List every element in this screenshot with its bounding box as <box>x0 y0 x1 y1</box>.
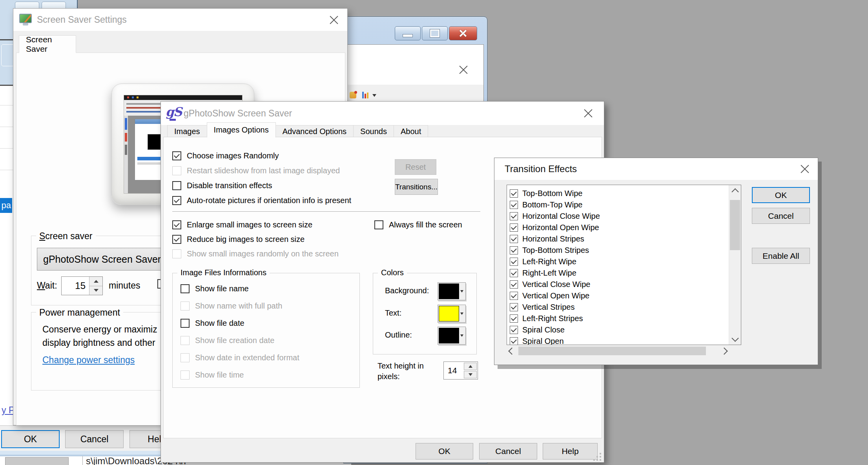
scroll-right-button[interactable] <box>719 346 729 356</box>
spin-down-button[interactable] <box>89 286 102 295</box>
checkbox[interactable] <box>181 371 190 380</box>
option-row[interactable]: Show file time <box>181 369 299 381</box>
checkbox[interactable] <box>510 314 518 323</box>
checkbox[interactable] <box>172 249 181 258</box>
checkbox[interactable] <box>181 353 190 362</box>
tab[interactable]: About <box>394 125 428 138</box>
transition-effect-item[interactable]: Horizontal Stripes <box>507 233 741 245</box>
checkbox[interactable] <box>510 269 518 277</box>
checkbox[interactable] <box>510 303 518 311</box>
checkbox[interactable] <box>510 258 518 266</box>
transitions-button[interactable]: Transitions... <box>395 179 438 195</box>
option-row[interactable]: Disable transition effects <box>172 180 351 191</box>
transition-effect-item[interactable]: Spiral Open <box>507 336 741 345</box>
tab[interactable]: Advanced Options <box>275 125 354 138</box>
checkbox[interactable] <box>374 220 383 229</box>
close-icon[interactable] <box>327 14 341 26</box>
checkbox[interactable] <box>510 201 518 209</box>
checkbox[interactable] <box>510 326 518 334</box>
checkbox[interactable] <box>181 302 190 311</box>
transition-effect-item[interactable]: Right-Left Wipe <box>507 267 741 279</box>
checkbox[interactable] <box>181 319 190 328</box>
scroll-down-button[interactable] <box>729 334 741 345</box>
spin-down-button[interactable] <box>464 371 477 378</box>
checkbox[interactable] <box>181 336 190 345</box>
text-height-value[interactable]: 14 <box>444 362 463 379</box>
cancel-button[interactable]: Cancel <box>65 430 124 448</box>
option-row[interactable]: Show name with full path <box>181 300 299 312</box>
checkbox[interactable] <box>172 196 181 205</box>
change-power-settings-link[interactable]: Change power settings <box>42 355 135 365</box>
tab-screen-saver[interactable]: Screen Saver <box>19 35 76 53</box>
scroll-left-button[interactable] <box>507 346 517 356</box>
dropdown[interactable] <box>459 334 465 337</box>
dialog-close-icon[interactable] <box>456 63 470 77</box>
dropdown[interactable] <box>459 290 465 292</box>
background-color-picker[interactable] <box>438 282 466 300</box>
horizontal-scrollbar[interactable] <box>507 346 729 356</box>
enable-all-button[interactable]: Enable All <box>752 248 810 264</box>
cancel-button[interactable]: Cancel <box>479 443 537 460</box>
transition-effect-item[interactable]: Top-Bottom Wipe <box>507 188 741 199</box>
transition-effect-item[interactable]: Horizontal Open Wipe <box>507 222 741 233</box>
checkbox[interactable] <box>172 181 181 190</box>
always-fill-row[interactable]: Always fill the screen <box>374 219 462 231</box>
text-color-picker[interactable] <box>438 305 466 323</box>
resize-grip[interactable] <box>593 453 602 461</box>
checkbox[interactable] <box>510 212 518 220</box>
option-row[interactable]: Choose images Randomly <box>172 150 351 162</box>
option-row[interactable]: Show date in extended format <box>181 351 299 364</box>
cancel-button[interactable]: Cancel <box>752 208 810 224</box>
minimize-button[interactable] <box>395 26 421 40</box>
reset-button[interactable]: Reset <box>395 159 436 175</box>
ok-button[interactable]: OK <box>1 430 60 448</box>
dropdown[interactable] <box>459 312 465 315</box>
ok-button[interactable]: OK <box>416 443 473 460</box>
close-button[interactable] <box>449 26 477 40</box>
ok-button[interactable]: OK <box>752 187 810 203</box>
option-row[interactable]: Show small images randomly on the screen <box>172 248 339 260</box>
tab[interactable]: Images <box>167 125 207 138</box>
transition-effect-item[interactable]: Vertical Close Wipe <box>507 279 741 290</box>
tab[interactable]: Images Options <box>207 122 276 138</box>
close-icon[interactable] <box>798 163 811 175</box>
option-row[interactable]: Auto-rotate pictures if orientation info… <box>172 194 351 206</box>
transition-effect-item[interactable]: Top-Bottom Stripes <box>507 245 741 256</box>
transition-effect-item[interactable]: Vertical Stripes <box>507 302 741 313</box>
transition-effect-item[interactable]: Vertical Open Wipe <box>507 290 741 302</box>
close-icon[interactable] <box>582 107 595 119</box>
checkbox[interactable] <box>510 292 518 300</box>
checkbox[interactable] <box>510 189 518 198</box>
background-link-fragment[interactable]: y Pr <box>2 405 13 416</box>
dropdown-arrow-icon[interactable] <box>372 94 376 97</box>
columns-chart-icon[interactable] <box>362 92 369 98</box>
checkbox[interactable] <box>510 337 518 345</box>
selected-list-item-fragment[interactable]: pa <box>0 198 12 213</box>
checkbox[interactable] <box>510 235 518 243</box>
option-row[interactable]: Show file date <box>181 317 299 329</box>
checkbox[interactable] <box>181 284 190 293</box>
checkbox[interactable] <box>172 166 181 175</box>
option-row[interactable]: Show file creation date <box>181 334 299 347</box>
transition-effect-item[interactable]: Spiral Close <box>507 324 741 336</box>
maximize-button[interactable] <box>422 26 448 40</box>
checkbox[interactable] <box>172 235 181 244</box>
spin-up-button[interactable] <box>89 277 102 286</box>
transition-effect-item[interactable]: Horizontal Close Wipe <box>507 211 741 222</box>
scroll-up-button[interactable] <box>729 185 741 196</box>
spin-up-button[interactable] <box>464 363 477 370</box>
option-row[interactable]: Reduce big images to screen size <box>172 233 339 245</box>
option-row[interactable]: Enlarge small images to screen size <box>172 219 339 231</box>
option-row[interactable]: Restart slideshow from last image displa… <box>172 165 351 176</box>
vertical-scrollbar[interactable] <box>729 185 741 345</box>
checkbox[interactable] <box>172 151 181 160</box>
outline-color-picker[interactable] <box>438 327 466 345</box>
checkbox[interactable] <box>510 223 518 232</box>
checkbox[interactable] <box>172 220 181 229</box>
help-button[interactable]: Help <box>543 443 598 460</box>
checkbox[interactable] <box>510 280 518 289</box>
checkbox[interactable] <box>510 246 518 254</box>
transition-effect-item[interactable]: Left-Right Wipe <box>507 256 741 267</box>
option-row[interactable]: Show file name <box>181 282 299 295</box>
scrollbar-thumb[interactable] <box>730 200 740 250</box>
